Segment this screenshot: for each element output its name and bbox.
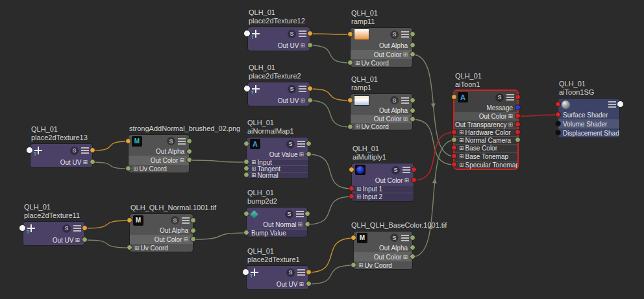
node-header[interactable]: T S <box>248 82 310 95</box>
node-ainormalmap1[interactable]: QLH_01aiNormalMap1 A S Out Value⊞ ⊞Input… <box>247 138 308 178</box>
stack-icon[interactable] <box>297 269 305 276</box>
port-out-top[interactable] <box>307 30 313 36</box>
port-out-top[interactable] <box>410 97 415 103</box>
port-header-white[interactable] <box>19 224 26 232</box>
stack-icon[interactable] <box>299 30 306 37</box>
node-strongaddnormal-file[interactable]: strongAddNormal_brushed_02.png M S Out A… <box>129 135 189 173</box>
node-place2dtexture2[interactable]: QLH_01place2dTexture2 T S Out UV⊞ <box>248 82 310 106</box>
port-out-transparency[interactable] <box>515 121 521 127</box>
port-out-top[interactable] <box>515 94 521 100</box>
swatch-badge-icon[interactable]: S <box>390 233 399 242</box>
swatch-badge-icon[interactable]: S <box>495 93 504 102</box>
expand-icon[interactable]: ⊞ <box>459 130 464 136</box>
port-in-top[interactable] <box>351 235 356 241</box>
port-out-alpha[interactable] <box>186 149 192 154</box>
port-out-top[interactable] <box>82 225 88 231</box>
expand-icon[interactable]: ⊞ <box>402 254 408 260</box>
stack-icon[interactable] <box>401 97 409 104</box>
port-out-top[interactable] <box>90 147 95 153</box>
port-in-specular-tonemap[interactable] <box>451 161 457 167</box>
node-place2dtexture11[interactable]: QLH_01place2dTexture11 T S Out UV⊞ <box>23 222 84 245</box>
swatch-badge-icon[interactable]: S <box>286 140 295 149</box>
node-header[interactable]: S <box>351 28 412 41</box>
port-out-top[interactable] <box>617 101 624 108</box>
stack-icon[interactable] <box>297 141 305 147</box>
port-in-input[interactable] <box>243 159 249 165</box>
stack-icon[interactable] <box>296 211 304 217</box>
port-out-top[interactable] <box>186 138 192 144</box>
port-header-white[interactable] <box>26 147 33 154</box>
port-in-base-tonemap[interactable] <box>451 153 457 159</box>
port-in-top[interactable] <box>451 94 457 100</box>
swatch-badge-icon[interactable]: S <box>70 147 79 155</box>
stack-icon[interactable] <box>73 225 81 232</box>
swatch-badge-icon[interactable]: S <box>288 30 296 38</box>
node-aimultiply1[interactable]: QLH_01aiMultiply1 S Out Color⊞ ⊞Input 1 … <box>352 163 414 201</box>
port-header-white[interactable] <box>242 269 249 276</box>
port-out-uv[interactable] <box>90 159 95 165</box>
port-in-normal-camera[interactable] <box>451 137 457 143</box>
port-out-color[interactable] <box>515 113 521 119</box>
port-in-hardware-color[interactable] <box>451 129 457 135</box>
port-out-normal[interactable] <box>304 221 310 227</box>
expand-icon[interactable]: ⊞ <box>251 166 256 172</box>
port-out-uv[interactable] <box>82 237 88 243</box>
port-out-top[interactable] <box>410 235 415 241</box>
node-basecolor-tif-file[interactable]: QLH_QLH_BaseColor.1001.tif M S Out Alpha… <box>354 232 412 269</box>
port-in-surface-shader[interactable] <box>555 112 561 117</box>
node-editor-canvas[interactable]: QLH_01place2dTexture12 T S Out UV⊞ QLH_0… <box>0 0 644 299</box>
port-header-white[interactable] <box>243 30 251 37</box>
port-out-hardware-color[interactable] <box>515 129 521 135</box>
port-in-top[interactable] <box>347 31 353 37</box>
expand-icon[interactable]: ⊞ <box>75 237 80 243</box>
node-header[interactable]: T S <box>31 144 92 157</box>
port-in-normal[interactable] <box>243 172 249 178</box>
port-out-top[interactable] <box>304 211 310 217</box>
node-header[interactable]: A S <box>247 138 308 150</box>
node-header[interactable]: T S <box>23 222 84 235</box>
port-in-displacement-shader[interactable] <box>555 130 561 136</box>
port-out-alpha[interactable] <box>410 108 415 114</box>
port-in-top[interactable] <box>243 211 249 217</box>
port-out-top[interactable] <box>306 269 312 275</box>
swatch-badge-icon[interactable]: S <box>391 166 400 174</box>
port-in-volume-shader[interactable] <box>555 121 561 126</box>
swatch-badge-icon[interactable]: S <box>390 30 399 39</box>
expand-icon[interactable]: ⊞ <box>508 122 513 128</box>
expand-icon[interactable]: ⊞ <box>402 52 408 58</box>
node-place2dtexture13[interactable]: QLH_01place2dTexture13 T S Out UV⊞ <box>31 144 92 167</box>
expand-icon[interactable]: ⊞ <box>356 186 362 192</box>
port-in-tangent[interactable] <box>243 165 249 171</box>
expand-icon[interactable]: ⊞ <box>402 116 408 122</box>
expand-icon[interactable]: ⊞ <box>358 263 364 269</box>
port-out-alpha[interactable] <box>410 245 415 250</box>
expand-icon[interactable]: ⊞ <box>356 194 362 200</box>
expand-icon[interactable]: ⊞ <box>300 98 305 104</box>
stack-icon[interactable] <box>402 167 410 173</box>
port-in-top[interactable] <box>125 138 131 144</box>
node-header[interactable]: S <box>247 208 307 221</box>
stack-icon[interactable] <box>608 101 616 108</box>
swatch-badge-icon[interactable]: S <box>62 224 71 233</box>
expand-icon[interactable]: ⊞ <box>459 162 464 168</box>
node-bump2d2[interactable]: QLH_01bump2d2 S Out Normal⊞ Bump Value <box>247 208 307 237</box>
expand-icon[interactable]: ⊞ <box>179 158 184 163</box>
node-header[interactable]: M S <box>354 232 412 244</box>
swatch-badge-icon[interactable]: S <box>285 210 293 219</box>
port-in-top[interactable] <box>127 217 132 223</box>
node-normal-tif-file[interactable]: QLH_QLH_Normal.1001.tif M S Out Alpha Ou… <box>130 214 193 252</box>
port-in-bumpvalue[interactable] <box>243 230 249 235</box>
node-place2dtexture1[interactable]: QLH_01place2dTexture1 T S Out UV⊞ <box>247 266 308 289</box>
port-out-alpha[interactable] <box>190 228 196 233</box>
port-in-top[interactable] <box>349 167 354 173</box>
stack-icon[interactable] <box>182 217 190 224</box>
stack-icon[interactable] <box>401 235 409 241</box>
expand-icon[interactable]: ⊞ <box>300 43 305 49</box>
node-header[interactable]: T S <box>247 266 308 279</box>
port-out-value[interactable] <box>306 151 312 157</box>
expand-icon[interactable]: ⊞ <box>297 222 303 228</box>
port-in-input1[interactable] <box>349 185 354 191</box>
stack-icon[interactable] <box>299 86 306 92</box>
port-out-color[interactable] <box>410 254 415 259</box>
stack-icon[interactable] <box>506 94 514 101</box>
